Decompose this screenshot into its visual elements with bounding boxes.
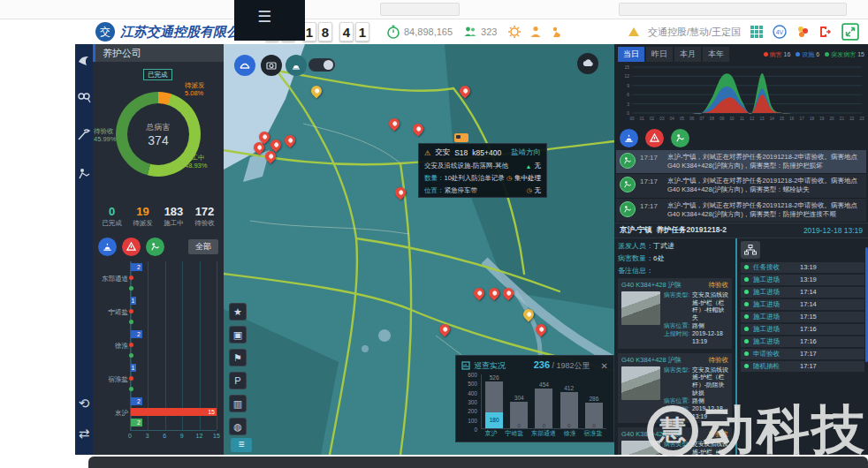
right-filter-row [614, 125, 868, 150]
person-icon[interactable] [529, 25, 543, 39]
bridge-layer-button[interactable] [234, 55, 255, 76]
alarm-filter-button[interactable] [98, 238, 117, 256]
flag-marker-tool[interactable]: ⚑ [229, 349, 247, 366]
bar[interactable]: 15 [131, 408, 217, 416]
event-filter-button[interactable] [645, 129, 664, 147]
timeline-step[interactable]: 任务接收13:19 [741, 262, 864, 273]
axis-tick: 3 [146, 433, 149, 439]
legend-label: 设施 [802, 50, 814, 59]
worker-icon[interactable] [550, 25, 564, 39]
defect-card[interactable]: G40 K384+428 沪陕待验收病害类型:交安及沿线设施-护栏（栏杆）-柱帽… [618, 278, 732, 349]
defect-photo[interactable] [621, 366, 660, 400]
worker-badge-icon [620, 177, 636, 192]
close-icon[interactable]: ✕ [601, 361, 608, 371]
zero-label: 0 [510, 423, 528, 428]
favorite-star-tool[interactable]: ★ [229, 303, 247, 321]
legend-item: 设施6 [796, 50, 819, 59]
bar[interactable]: 2 [131, 263, 142, 271]
timeline-step[interactable]: 随机抽检17:17 [741, 361, 864, 372]
bar-column[interactable]: 4540 [535, 389, 552, 428]
defect-card[interactable]: G40 K384+428 沪陕待验收病害类型:交安及沿线设施-护栏（栏杆）-防阻… [618, 353, 732, 424]
timeline-step[interactable]: 申请验收17:17 [741, 349, 864, 359]
timeline-step[interactable]: 施工进场17:16 [741, 324, 864, 335]
bar-total-label: 454 [535, 381, 552, 388]
region-layer-tool[interactable]: ◍ [229, 418, 247, 435]
tab-本月[interactable]: 本月 [674, 47, 701, 62]
tab-本年[interactable]: 本年 [703, 47, 729, 62]
bar[interactable]: 2 [131, 330, 142, 338]
overview-bird-icon[interactable] [76, 53, 92, 69]
camera-layer-button[interactable] [261, 55, 282, 76]
work-filter-button[interactable] [671, 129, 689, 147]
undo-icon[interactable]: ⟲ [76, 396, 92, 411]
bar[interactable]: 1 [131, 297, 136, 305]
company-bar-chart: 东部通道2宁靖盐1徐淮2宿淮盐1京沪2152 03691215 [98, 261, 218, 443]
hamburger-tab[interactable]: ☰ [234, 0, 305, 41]
all-button[interactable]: 全部 [188, 239, 218, 254]
info-label: 病害数量： [618, 254, 653, 262]
timeline-step[interactable]: 施工进场17:14 [741, 287, 864, 298]
task-header: 京沪-宁镇 养护任务20191218-2 2019-12-18 13:19 [614, 223, 868, 238]
timeline-step[interactable]: 施工进场17:15 [741, 312, 864, 322]
weather-cloud-button[interactable] [577, 53, 598, 74]
map-menu-button[interactable]: ≡ [231, 438, 252, 452]
bar-column[interactable]: 526180 [485, 381, 503, 428]
timeline-step[interactable]: 施工进场17:14 [741, 299, 864, 310]
construction-worker-icon[interactable] [76, 166, 92, 182]
tooltip-status: ◷无 [526, 186, 541, 195]
user-breadcrumb[interactable]: 交通控股/慧动/王定国 [648, 26, 741, 39]
zero-dot [129, 376, 133, 381]
4v-badge-icon[interactable]: 4V [773, 25, 787, 39]
x-category-label: 宁靖盐 [505, 429, 523, 438]
step-dot [744, 277, 749, 282]
tab-当日[interactable]: 当日 [618, 47, 644, 62]
map-canvas[interactable]: ★▣⚑P▥◍ ≡ ⚠ 交安 S18 k85+400 盐靖方向 交安及沿线设施-防… [224, 44, 614, 455]
message-row[interactable]: 17:17京沪-宁镇，刘斌正在对养护任务20191218-2申请验收。病害地点G… [616, 199, 866, 223]
gear-icon[interactable] [507, 25, 522, 39]
defect-card[interactable]: G40 K384+428 沪陕待验收病害类型:交安及沿线设施-护栏（栏杆）-螺栓… [618, 427, 732, 455]
people-icon [463, 25, 477, 39]
legend-dot [764, 52, 768, 57]
logout-icon[interactable] [819, 25, 833, 39]
bar-column[interactable]: 4120 [560, 392, 578, 428]
tab-昨日[interactable]: 昨日 [646, 47, 673, 62]
timeline-step[interactable]: 施工进场13:19 [741, 275, 864, 285]
defect-photo[interactable] [621, 291, 660, 325]
chart-layer-tool[interactable]: ▥ [229, 395, 247, 412]
parking-tool[interactable]: P [229, 372, 247, 389]
timeline-step[interactable]: 施工进场17:16 [741, 336, 864, 347]
bottom-window-edge[interactable] [88, 457, 868, 468]
apps-grid-icon[interactable] [750, 25, 764, 39]
axis-tick: 9 [180, 433, 184, 439]
image-layer-tool[interactable]: ▣ [229, 326, 247, 343]
defect-photo[interactable] [621, 441, 660, 455]
message-row[interactable]: 17:17京沪-宁镇，刘斌正在对养护任务20191218-2申请验收。病害地点G… [616, 150, 866, 174]
palette-icon[interactable] [796, 25, 810, 39]
card-field: 上报时间:2019-12-18 13:19 [664, 405, 728, 421]
bar-column[interactable]: 3040 [510, 402, 528, 428]
bar[interactable]: 2 [131, 397, 142, 405]
zero-dot [129, 320, 133, 324]
fullscreen-toggle-icon[interactable] [841, 23, 859, 41]
bar-column[interactable]: 2860 [585, 403, 603, 428]
message-list: 17:17京沪-宁镇，刘斌正在对养护任务20191218-2申请验收。病害地点G… [614, 150, 868, 223]
dashboard: ⟲ ⇄ 养护公司 总病害 374 已完成 待派发 5.08% 施工中 48.93… [75, 44, 868, 455]
step-dot [744, 265, 749, 269]
workflow-tree-icon[interactable] [741, 241, 760, 259]
event-filter-button[interactable] [122, 238, 141, 256]
layer-toggle[interactable] [308, 58, 335, 72]
maintenance-tools-icon[interactable] [76, 127, 92, 143]
message-row[interactable]: 17:17京沪-宁镇，刘斌正在对养护任务20191218-2申请验收。病害地点G… [616, 174, 866, 198]
bar[interactable]: 1 [131, 364, 136, 372]
card-field: 病害类型:交安及沿线设施-护栏（栏杆）-螺栓缺失 [664, 441, 728, 455]
x-category-label: 徐淮 [564, 429, 576, 438]
work-filter-button[interactable] [146, 238, 164, 256]
card-fields: 病害类型:交安及沿线设施-护栏（栏杆）-柱帽缺失病害位置:路侧上报时间:2019… [664, 291, 728, 346]
patrol-truck-marker[interactable] [454, 133, 468, 142]
chart-legend: 病害16设施6突发病害15 [764, 50, 865, 59]
alarm-filter-button[interactable] [620, 129, 638, 147]
inspection-binoculars-icon[interactable] [76, 90, 92, 106]
alarm-layer-button[interactable] [286, 55, 307, 76]
bar[interactable]: 2 [131, 419, 142, 426]
swap-layers-icon[interactable]: ⇄ [76, 426, 92, 442]
